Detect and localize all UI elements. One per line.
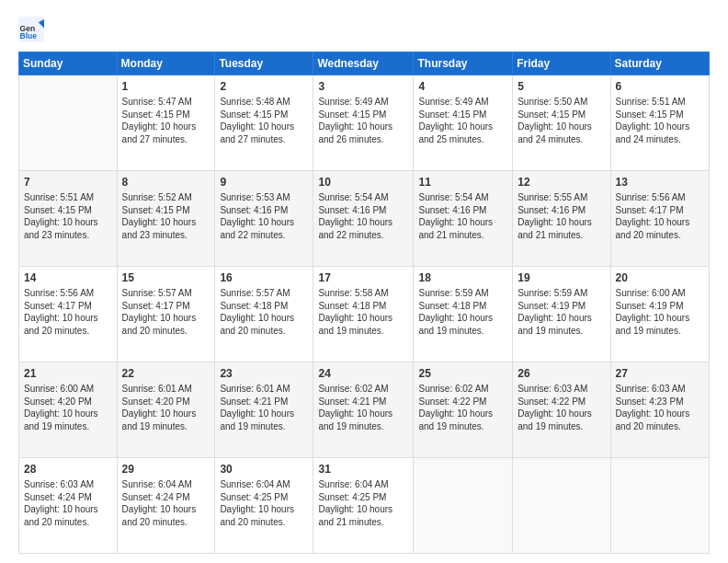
- day-number: 16: [220, 270, 308, 285]
- calendar-cell: 10Sunrise: 5:54 AM Sunset: 4:16 PM Dayli…: [313, 171, 414, 267]
- day-number: 29: [122, 462, 210, 477]
- day-info: Sunrise: 5:52 AM Sunset: 4:15 PM Dayligh…: [122, 191, 210, 241]
- calendar-cell: 15Sunrise: 5:57 AM Sunset: 4:17 PM Dayli…: [117, 267, 215, 362]
- calendar-cell: [610, 458, 709, 554]
- day-number: 10: [318, 175, 408, 190]
- day-info: Sunrise: 5:49 AM Sunset: 4:15 PM Dayligh…: [318, 96, 408, 145]
- day-info: Sunrise: 5:55 AM Sunset: 4:16 PM Dayligh…: [518, 191, 605, 241]
- day-number: 19: [518, 270, 605, 285]
- calendar-cell: 31Sunrise: 6:04 AM Sunset: 4:25 PM Dayli…: [313, 458, 414, 554]
- day-number: 23: [220, 366, 308, 381]
- day-number: 3: [318, 79, 408, 94]
- page: Gen Blue SundayMondayTuesdayWednesdayThu…: [0, 0, 728, 563]
- day-number: 22: [122, 366, 210, 381]
- calendar-cell: 23Sunrise: 6:01 AM Sunset: 4:21 PM Dayli…: [215, 362, 313, 458]
- day-number: 25: [418, 366, 507, 381]
- day-info: Sunrise: 6:01 AM Sunset: 4:21 PM Dayligh…: [220, 383, 308, 432]
- day-info: Sunrise: 5:50 AM Sunset: 4:15 PM Dayligh…: [518, 96, 605, 145]
- day-info: Sunrise: 6:04 AM Sunset: 4:25 PM Dayligh…: [318, 478, 408, 528]
- calendar-cell: [513, 458, 610, 554]
- day-info: Sunrise: 5:51 AM Sunset: 4:15 PM Dayligh…: [24, 191, 112, 241]
- calendar-cell: 2Sunrise: 5:48 AM Sunset: 4:15 PM Daylig…: [215, 75, 313, 171]
- calendar-cell: 9Sunrise: 5:53 AM Sunset: 4:16 PM Daylig…: [215, 171, 313, 267]
- day-number: 30: [220, 462, 308, 477]
- day-number: 1: [122, 79, 210, 94]
- day-number: 12: [518, 175, 605, 190]
- calendar-cell: 29Sunrise: 6:04 AM Sunset: 4:24 PM Dayli…: [117, 458, 215, 554]
- calendar-week-row: 28Sunrise: 6:03 AM Sunset: 4:24 PM Dayli…: [19, 458, 710, 554]
- day-number: 28: [24, 462, 112, 477]
- day-info: Sunrise: 6:01 AM Sunset: 4:20 PM Dayligh…: [122, 383, 210, 432]
- calendar-cell: 25Sunrise: 6:02 AM Sunset: 4:22 PM Dayli…: [414, 362, 513, 458]
- day-info: Sunrise: 5:59 AM Sunset: 4:19 PM Dayligh…: [518, 287, 605, 337]
- day-number: 31: [318, 462, 408, 477]
- calendar-cell: 20Sunrise: 6:00 AM Sunset: 4:19 PM Dayli…: [610, 267, 709, 362]
- calendar-header: SundayMondayTuesdayWednesdayThursdayFrid…: [19, 52, 710, 75]
- calendar-cell: 22Sunrise: 6:01 AM Sunset: 4:20 PM Dayli…: [117, 362, 215, 458]
- day-number: 15: [122, 270, 210, 285]
- calendar-cell: 8Sunrise: 5:52 AM Sunset: 4:15 PM Daylig…: [117, 171, 215, 267]
- day-info: Sunrise: 6:02 AM Sunset: 4:22 PM Dayligh…: [418, 383, 507, 432]
- weekday-header-friday: Friday: [513, 52, 610, 75]
- calendar-week-row: 1Sunrise: 5:47 AM Sunset: 4:15 PM Daylig…: [19, 75, 710, 171]
- calendar-cell: 12Sunrise: 5:55 AM Sunset: 4:16 PM Dayli…: [513, 171, 610, 267]
- calendar-cell: 6Sunrise: 5:51 AM Sunset: 4:15 PM Daylig…: [610, 75, 709, 171]
- calendar-cell: 14Sunrise: 5:56 AM Sunset: 4:17 PM Dayli…: [19, 267, 118, 362]
- day-number: 8: [122, 175, 210, 190]
- calendar-week-row: 21Sunrise: 6:00 AM Sunset: 4:20 PM Dayli…: [19, 362, 710, 458]
- calendar-body: 1Sunrise: 5:47 AM Sunset: 4:15 PM Daylig…: [19, 75, 710, 554]
- day-info: Sunrise: 6:02 AM Sunset: 4:21 PM Dayligh…: [318, 383, 408, 432]
- calendar-cell: 30Sunrise: 6:04 AM Sunset: 4:25 PM Dayli…: [215, 458, 313, 554]
- day-info: Sunrise: 6:04 AM Sunset: 4:25 PM Dayligh…: [220, 478, 308, 528]
- day-info: Sunrise: 6:04 AM Sunset: 4:24 PM Dayligh…: [122, 478, 210, 528]
- calendar-cell: 13Sunrise: 5:56 AM Sunset: 4:17 PM Dayli…: [610, 171, 709, 267]
- day-number: 4: [418, 79, 507, 94]
- calendar-cell: 11Sunrise: 5:54 AM Sunset: 4:16 PM Dayli…: [414, 171, 513, 267]
- day-info: Sunrise: 5:49 AM Sunset: 4:15 PM Dayligh…: [418, 96, 507, 145]
- day-number: 13: [616, 175, 704, 190]
- weekday-header-row: SundayMondayTuesdayWednesdayThursdayFrid…: [19, 52, 710, 75]
- day-info: Sunrise: 5:59 AM Sunset: 4:18 PM Dayligh…: [418, 287, 507, 337]
- day-number: 18: [418, 270, 507, 285]
- day-number: 7: [24, 175, 112, 190]
- day-info: Sunrise: 5:47 AM Sunset: 4:15 PM Dayligh…: [122, 96, 210, 145]
- day-info: Sunrise: 5:54 AM Sunset: 4:16 PM Dayligh…: [418, 191, 507, 241]
- weekday-header-sunday: Sunday: [19, 52, 118, 75]
- day-info: Sunrise: 6:03 AM Sunset: 4:24 PM Dayligh…: [24, 478, 112, 528]
- day-info: Sunrise: 5:58 AM Sunset: 4:18 PM Dayligh…: [318, 287, 408, 337]
- logo-icon: Gen Blue: [18, 17, 44, 42]
- calendar-cell: 27Sunrise: 6:03 AM Sunset: 4:23 PM Dayli…: [610, 362, 709, 458]
- day-info: Sunrise: 5:51 AM Sunset: 4:15 PM Dayligh…: [616, 96, 704, 145]
- calendar-cell: 3Sunrise: 5:49 AM Sunset: 4:15 PM Daylig…: [313, 75, 414, 171]
- day-info: Sunrise: 5:53 AM Sunset: 4:16 PM Dayligh…: [220, 191, 308, 241]
- calendar-cell: 28Sunrise: 6:03 AM Sunset: 4:24 PM Dayli…: [19, 458, 118, 554]
- calendar-cell: 26Sunrise: 6:03 AM Sunset: 4:22 PM Dayli…: [513, 362, 610, 458]
- calendar-cell: 5Sunrise: 5:50 AM Sunset: 4:15 PM Daylig…: [513, 75, 610, 171]
- day-number: 5: [518, 79, 605, 94]
- day-info: Sunrise: 5:57 AM Sunset: 4:18 PM Dayligh…: [220, 287, 308, 337]
- calendar-cell: [19, 75, 118, 171]
- calendar-cell: 16Sunrise: 5:57 AM Sunset: 4:18 PM Dayli…: [215, 267, 313, 362]
- day-info: Sunrise: 6:03 AM Sunset: 4:23 PM Dayligh…: [616, 383, 704, 432]
- weekday-header-thursday: Thursday: [414, 52, 513, 75]
- day-number: 24: [318, 366, 408, 381]
- calendar-cell: 7Sunrise: 5:51 AM Sunset: 4:15 PM Daylig…: [19, 171, 118, 267]
- calendar-cell: [414, 458, 513, 554]
- day-info: Sunrise: 5:57 AM Sunset: 4:17 PM Dayligh…: [122, 287, 210, 337]
- calendar-cell: 4Sunrise: 5:49 AM Sunset: 4:15 PM Daylig…: [414, 75, 513, 171]
- header: Gen Blue: [18, 17, 710, 42]
- svg-text:Blue: Blue: [20, 31, 38, 40]
- calendar-cell: 17Sunrise: 5:58 AM Sunset: 4:18 PM Dayli…: [313, 267, 414, 362]
- day-number: 20: [616, 270, 704, 285]
- day-number: 11: [418, 175, 507, 190]
- calendar-week-row: 7Sunrise: 5:51 AM Sunset: 4:15 PM Daylig…: [19, 171, 710, 267]
- weekday-header-wednesday: Wednesday: [313, 52, 414, 75]
- calendar-cell: 19Sunrise: 5:59 AM Sunset: 4:19 PM Dayli…: [513, 267, 610, 362]
- day-info: Sunrise: 5:48 AM Sunset: 4:15 PM Dayligh…: [220, 96, 308, 145]
- calendar-cell: 1Sunrise: 5:47 AM Sunset: 4:15 PM Daylig…: [117, 75, 215, 171]
- weekday-header-saturday: Saturday: [610, 52, 709, 75]
- day-info: Sunrise: 6:03 AM Sunset: 4:22 PM Dayligh…: [518, 383, 605, 432]
- day-info: Sunrise: 5:56 AM Sunset: 4:17 PM Dayligh…: [24, 287, 112, 337]
- day-number: 14: [24, 270, 112, 285]
- day-info: Sunrise: 6:00 AM Sunset: 4:20 PM Dayligh…: [24, 383, 112, 432]
